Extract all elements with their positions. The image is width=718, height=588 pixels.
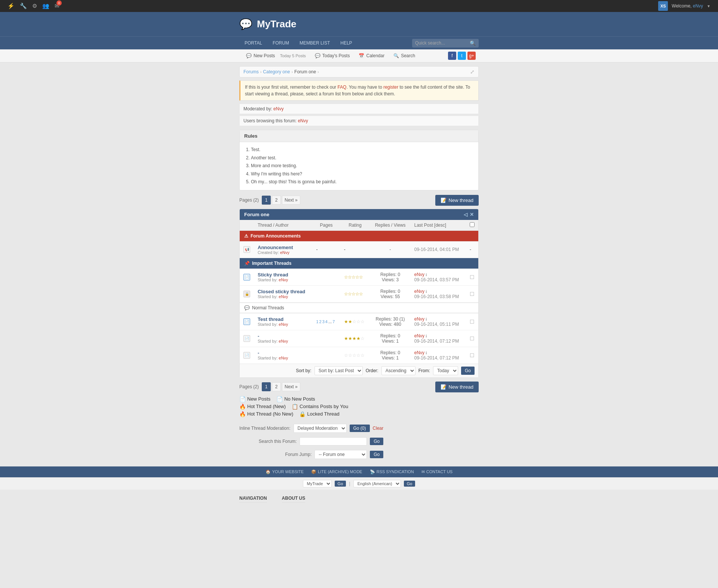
facebook-icon[interactable]: f — [448, 52, 456, 60]
sort-by-select[interactable]: Sort by: Last Post — [314, 366, 363, 375]
faq-link[interactable]: FAQ — [337, 85, 346, 90]
breadcrumb-category[interactable]: Category one — [263, 69, 290, 74]
sticky-last-post-user[interactable]: eNvy — [414, 272, 424, 277]
lang-go-btn[interactable]: Go — [404, 481, 415, 487]
thread3-replies: Replies: 0 Views: 1 — [370, 347, 410, 364]
select-all-checkbox[interactable] — [470, 222, 475, 227]
mail-icon[interactable]: ✉ 0 — [55, 3, 59, 9]
thread2-icon: 📄 — [240, 330, 254, 347]
thread-page-3[interactable]: 3 — [322, 319, 325, 324]
topbar-icons: ⚡ 🔧 ⚙ 👥 ✉ 0 — [7, 3, 59, 9]
footer-your-website[interactable]: 🏠 YOUR WEBSITE — [266, 469, 304, 474]
new-thread-button-top[interactable]: 📝 New thread — [435, 195, 479, 206]
search-forum-go-btn[interactable]: Go — [370, 438, 383, 445]
section-settings-icon[interactable]: ✕ — [470, 212, 474, 217]
twitter-icon[interactable]: t — [458, 52, 466, 60]
test-last-user[interactable]: eNvy — [414, 316, 424, 322]
inline-mod-select[interactable]: Delayed Moderation — [294, 424, 347, 433]
forum-jump-go-btn[interactable]: Go — [370, 451, 383, 458]
toolbar-social: f t g+ — [448, 52, 479, 60]
test-thread-author[interactable]: eNvy — [279, 322, 288, 327]
footer-rss[interactable]: 📡 RSS SYNDICATION — [370, 469, 414, 474]
section-collapse-icon[interactable]: ◁ — [464, 212, 467, 217]
sticky-thread-title[interactable]: Sticky thread — [258, 272, 288, 278]
notice-box: If this is your first visit, remember to… — [239, 80, 479, 101]
forum-section: Forum one ◁ ✕ Thread / Author Pages Rati… — [239, 209, 479, 378]
theme-go-btn[interactable]: Go — [335, 481, 346, 487]
sticky-check-icon[interactable]: ☐ — [470, 274, 475, 280]
flash-icon[interactable]: ⚡ — [7, 3, 15, 9]
nav-help[interactable]: HELP — [335, 37, 357, 49]
moderator-link[interactable]: eNvy — [273, 106, 283, 111]
users-icon[interactable]: 👥 — [42, 3, 49, 9]
thread2-author[interactable]: eNvy — [279, 339, 288, 343]
search-input[interactable] — [415, 40, 467, 46]
rule-item: Another test. — [251, 154, 473, 162]
register-link[interactable]: register — [383, 85, 398, 90]
closed-sticky-check-icon[interactable]: ☐ — [470, 291, 475, 297]
next-btn-bottom[interactable]: Next » — [282, 382, 300, 391]
page-2-btn-top[interactable]: 2 — [272, 196, 281, 205]
gear-icon[interactable]: ⚙ — [32, 3, 37, 9]
avatar[interactable]: XS — [658, 1, 668, 11]
thread3-check-icon[interactable]: ☐ — [470, 352, 475, 358]
breadcrumb-current: Forum one — [294, 69, 316, 74]
thread2-last-user[interactable]: eNvy — [414, 333, 424, 339]
search-icon[interactable]: 🔍 — [470, 40, 476, 46]
footer-lite-mode[interactable]: 📦 LITE (ARCHIVE) MODE — [311, 469, 362, 474]
thread-page-2[interactable]: 2 — [319, 319, 322, 324]
order-select[interactable]: Ascending — [381, 366, 415, 375]
chevron-down-icon[interactable]: ▼ — [707, 4, 711, 8]
thread3-last-user[interactable]: eNvy — [414, 350, 424, 355]
test-thread-title[interactable]: Test thread — [258, 316, 283, 322]
calendar-btn[interactable]: 📅 Calendar — [355, 52, 388, 60]
search-forum-input[interactable] — [300, 437, 367, 445]
nav-forum[interactable]: FORUM — [267, 37, 294, 49]
thread-page-7[interactable]: 7 — [332, 319, 335, 324]
googleplus-icon[interactable]: g+ — [467, 52, 476, 60]
thread2-title[interactable]: - — [258, 333, 259, 339]
nav-portal[interactable]: PORTAL — [239, 37, 267, 49]
closed-sticky-title[interactable]: Closed sticky thread — [258, 289, 305, 294]
expand-icon[interactable]: ⤢ — [470, 69, 475, 75]
rule-item: Test. — [251, 146, 473, 154]
forum-section-title: Forum one — [244, 212, 269, 217]
announcement-author-link[interactable]: eNvy — [280, 250, 289, 255]
site-title[interactable]: MyTrade — [257, 18, 297, 30]
footer-bottom: MyTrade Go | English (American) Go — [0, 477, 718, 490]
announcement-thread-title[interactable]: Announcement — [258, 245, 293, 250]
nav-links: PORTAL FORUM MEMBER LIST HELP — [239, 37, 358, 49]
next-btn-top[interactable]: Next » — [282, 196, 300, 205]
closed-sticky-last-user[interactable]: eNvy — [414, 289, 424, 294]
wrench-icon[interactable]: 🔧 — [20, 3, 27, 9]
forum-jump-select[interactable]: -- Forum one — [314, 450, 367, 459]
breadcrumb-forums[interactable]: Forums — [243, 69, 259, 74]
theme-select[interactable]: MyTrade — [303, 480, 332, 487]
thread3-title[interactable]: - — [258, 350, 259, 356]
thread2-check-icon[interactable]: ☐ — [470, 336, 475, 342]
browsing-user-link[interactable]: eNvy — [298, 118, 308, 123]
closed-sticky-replies-views: Replies: 0 Views: 55 — [370, 285, 410, 302]
page-2-btn-bottom[interactable]: 2 — [272, 382, 281, 391]
thread-page-4[interactable]: 4 — [325, 319, 328, 324]
closed-sticky-author[interactable]: eNvy — [279, 294, 288, 299]
inline-mod-clear-btn[interactable]: Clear — [373, 426, 384, 431]
page-1-btn-bottom[interactable]: 1 — [262, 382, 271, 391]
todays-posts-btn[interactable]: 💬 Today's Posts — [311, 52, 354, 60]
page-1-btn-top[interactable]: 1 — [262, 196, 271, 205]
new-posts-btn[interactable]: 💬 New Posts Today 5 Posts — [242, 52, 310, 60]
test-check-icon[interactable]: ☐ — [470, 319, 475, 325]
thread3-author[interactable]: eNvy — [279, 356, 288, 360]
sort-go-btn[interactable]: Go — [461, 367, 475, 375]
footer-contact[interactable]: ✉ CONTACT US — [421, 469, 453, 474]
language-select[interactable]: English (American) — [353, 480, 401, 487]
search-btn[interactable]: 🔍 Search — [390, 52, 419, 60]
new-thread-button-bottom[interactable]: 📝 New thread — [435, 382, 479, 392]
sticky-author-link[interactable]: eNvy — [279, 278, 288, 282]
contact-icon: ✉ — [421, 469, 425, 474]
nav-memberlist[interactable]: MEMBER LIST — [294, 37, 335, 49]
important-section-icon: 📌 — [244, 261, 250, 266]
from-select[interactable]: Today — [433, 366, 458, 375]
thread-page-1[interactable]: 1 — [316, 319, 318, 324]
inline-mod-go-btn[interactable]: Go (0) — [350, 425, 370, 432]
